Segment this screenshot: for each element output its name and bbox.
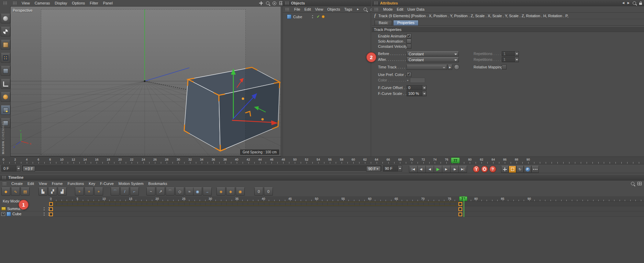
section-track-properties[interactable]: Track Properties (372, 26, 644, 32)
rotate-view-icon[interactable] (273, 1, 276, 5)
menu-overflow-icon[interactable]: ▶ (357, 8, 359, 11)
keyframe[interactable] (49, 207, 53, 211)
axis-mode-button[interactable] (1, 79, 10, 89)
end-frame-field[interactable]: 90 F (383, 165, 402, 172)
constant-velocity-checkbox[interactable] (407, 44, 411, 49)
curve-tool-button[interactable]: ↗ (156, 187, 165, 196)
add-key-button[interactable]: + (85, 187, 93, 196)
make-editable-button[interactable] (1, 14, 10, 23)
track-name[interactable]: Cube (12, 212, 21, 216)
spinner-arrows-icon[interactable] (16, 166, 20, 171)
link-arrow-button[interactable]: ▶ (448, 65, 452, 70)
add-key-button[interactable]: + (75, 187, 84, 196)
menu-item[interactable]: Edit (27, 182, 34, 186)
animation-tag-icon[interactable] (322, 15, 325, 18)
cube-key-row[interactable] (51, 211, 644, 217)
visibility-dots-icon[interactable] (312, 15, 313, 16)
points-mode-button[interactable] (1, 53, 10, 63)
lock-tool-button[interactable]: ◈ (216, 187, 225, 196)
timeline-key-area[interactable]: 051015202530354045505560657075808590 77 (51, 196, 644, 217)
goto-next-key-button[interactable]: ·▶ (450, 166, 459, 173)
snap-button[interactable]: → (203, 187, 212, 196)
plane-handle-dot[interactable] (262, 118, 264, 121)
menu-item[interactable]: Objects (327, 7, 340, 11)
enable-animation-checkbox[interactable]: ✓ (407, 34, 411, 39)
menu-item[interactable]: Cameras (35, 1, 50, 5)
curve-tool-button[interactable]: ≈ (185, 187, 194, 196)
menu-item[interactable]: Edit (397, 7, 403, 11)
zero-angle-button[interactable]: 0 (254, 187, 263, 196)
menu-item[interactable]: Functions (67, 182, 84, 186)
before-dropdown[interactable]: Constant (407, 51, 459, 56)
pan-view-icon[interactable] (259, 1, 263, 5)
texture-paint-button[interactable] (1, 92, 10, 102)
playhead-line[interactable] (464, 196, 464, 217)
main-frame-ruler[interactable]: 0246810121416182022242628303234363840424… (0, 156, 644, 164)
track-toggle-dots-icon[interactable] (44, 207, 45, 208)
track-row-cube[interactable]: + Cube (0, 211, 51, 217)
timeline-mode-button[interactable]: ▤ (21, 187, 30, 196)
panel-grip[interactable] (374, 1, 378, 5)
history-forward-icon[interactable]: ▶ (628, 1, 630, 4)
menu-item[interactable]: Filter (90, 1, 98, 5)
menu-item[interactable]: F-Curve (100, 182, 114, 186)
keyframe[interactable] (49, 212, 53, 216)
interpolation-button[interactable]: / (120, 187, 129, 196)
perspective-viewport[interactable]: Y X Z Perspective Grid Spacing : 100 cm (10, 6, 281, 156)
lock-tool-button[interactable]: ◉ (236, 187, 245, 196)
timeline-ruler[interactable]: 051015202530354045505560657075808590 77 (51, 196, 644, 201)
use-pref-color-checkbox[interactable]: ✓ (407, 72, 411, 77)
goto-start-button[interactable]: |◀ (409, 166, 418, 173)
summary-range-bar[interactable] (51, 202, 464, 206)
fcurve-offset-spinner[interactable]: 0 (407, 85, 426, 90)
workplane-mode-button[interactable] (1, 105, 10, 115)
curve-tool-button[interactable]: ◇ (175, 187, 184, 196)
relative-mapping-checkbox[interactable] (502, 65, 507, 69)
attributes-header[interactable]: Attributes ◀ ▶ (372, 0, 644, 6)
menubar-grip[interactable] (2, 182, 7, 185)
timeline-mode-button[interactable]: ∿ (11, 187, 20, 196)
menu-item[interactable]: View (22, 1, 30, 5)
repetitions-spinner[interactable]: 1 (502, 57, 519, 62)
panel-grip[interactable] (285, 1, 289, 5)
view-filter-button[interactable]: ▙ (38, 187, 47, 196)
menu-item[interactable]: File (294, 7, 300, 11)
menu-item[interactable]: Options (72, 1, 85, 5)
keyframe[interactable] (49, 202, 53, 206)
object-row-cube[interactable]: Cube ✓ (283, 14, 371, 20)
summary-key-row[interactable] (51, 206, 644, 211)
search-icon[interactable] (631, 182, 634, 185)
search-icon[interactable] (633, 1, 636, 5)
menubar-grip[interactable] (374, 8, 378, 11)
model-mode-button[interactable] (1, 27, 10, 36)
menu-item[interactable]: User Data (408, 7, 425, 11)
spinner-arrows-icon[interactable] (422, 86, 426, 90)
menu-item[interactable]: Mode (383, 7, 393, 11)
objects-header[interactable]: Objects (283, 0, 371, 6)
expand-icon[interactable]: + (1, 212, 5, 216)
keyframe[interactable] (458, 212, 462, 216)
keyframe-selection-button[interactable]: ? (489, 166, 496, 173)
view-filter-button[interactable]: ▟ (58, 187, 67, 196)
menu-item[interactable]: Edit (304, 7, 311, 11)
current-frame-marker[interactable]: 77 (451, 157, 460, 163)
menubar-grip[interactable] (13, 1, 17, 5)
curve-tool-button[interactable]: ⌒ (166, 187, 175, 196)
menu-item[interactable]: View (315, 7, 323, 11)
preview-range-slider[interactable]: ◀ 0 F 90 F ▶ (22, 165, 381, 172)
keyframe[interactable] (458, 202, 462, 206)
add-key-button[interactable]: + (94, 187, 103, 196)
start-frame-field[interactable]: 0 F (1, 165, 21, 172)
texture-mode-button[interactable] (1, 40, 10, 50)
object-name[interactable]: Cube (293, 15, 302, 19)
spinner-arrows-icon[interactable] (514, 52, 519, 56)
menu-item[interactable]: Frame (52, 182, 63, 186)
repetitions-spinner[interactable]: 1 (502, 51, 519, 56)
track-toggle-dots-icon[interactable] (44, 212, 45, 213)
prev-frame-button[interactable]: ◀ (425, 166, 434, 173)
camera-label[interactable]: Perspective (13, 8, 32, 12)
solo-animation-checkbox[interactable] (407, 39, 411, 44)
tab-properties[interactable]: Properties (393, 20, 419, 25)
keyframe[interactable] (458, 207, 462, 211)
menu-item[interactable]: Motion System (119, 182, 144, 186)
